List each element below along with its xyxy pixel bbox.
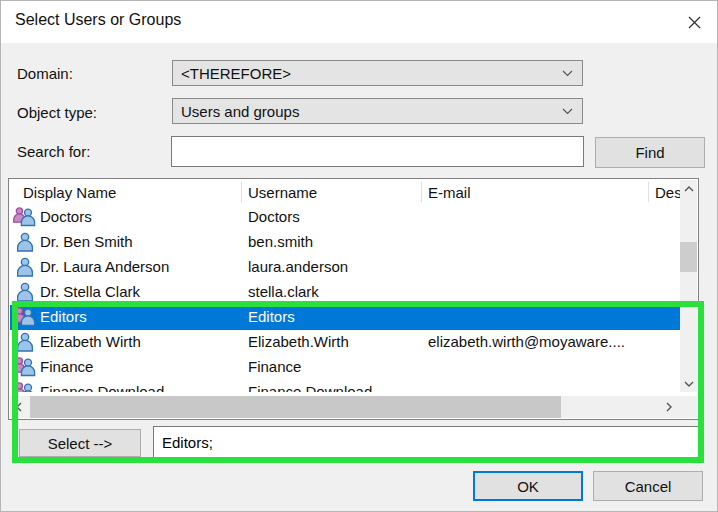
cancel-button[interactable]: Cancel	[593, 471, 703, 501]
column-header[interactable]: Des	[655, 184, 682, 201]
display-name-cell: Elizabeth Wirth	[40, 333, 141, 350]
column-separator	[648, 182, 649, 202]
user-icon	[12, 256, 38, 279]
chevron-up-icon	[684, 186, 694, 192]
group-icon	[12, 306, 38, 329]
chevron-down-icon	[562, 70, 573, 77]
search-input[interactable]	[171, 136, 584, 167]
display-name-cell: Dr. Ben Smith	[40, 233, 133, 250]
window-title: Select Users or Groups	[15, 11, 181, 29]
username-cell: ben.smith	[248, 233, 313, 250]
username-cell: stella.clark	[248, 283, 319, 300]
column-header[interactable]: Username	[248, 184, 317, 201]
dialog-window: Select Users or Groups Domain: <THEREFOR…	[0, 0, 718, 512]
horizontal-scrollbar[interactable]	[10, 396, 681, 418]
domain-label: Domain:	[17, 65, 73, 82]
username-cell: Doctors	[248, 208, 300, 225]
display-name-cell: Editors	[40, 308, 87, 325]
chevron-down-icon	[684, 381, 694, 387]
table-row[interactable]: EditorsEditors	[10, 305, 688, 330]
select-button[interactable]: Select -->	[19, 429, 141, 457]
scroll-left-button[interactable]	[10, 396, 28, 418]
display-name-cell: Finance Download	[40, 383, 164, 392]
list-header: Display NameUsernameE-mailDes	[10, 180, 680, 205]
username-cell: Finance Download	[248, 383, 372, 392]
hscroll-thumb[interactable]	[30, 396, 561, 418]
table-row[interactable]: Elizabeth WirthElizabeth.Wirthelizabeth.…	[10, 330, 688, 355]
scroll-up-button[interactable]	[680, 180, 697, 197]
username-cell: Elizabeth.Wirth	[248, 333, 349, 350]
chevron-right-icon	[666, 402, 672, 412]
user-icon	[12, 231, 38, 254]
user-icon	[12, 331, 38, 354]
username-cell: laura.anderson	[248, 258, 348, 275]
table-row[interactable]: Dr. Stella Clarkstella.clark	[10, 280, 688, 305]
table-row[interactable]: Dr. Laura Andersonlaura.anderson	[10, 255, 688, 280]
object-type-label: Object type:	[17, 104, 97, 121]
table-row[interactable]: FinanceFinance	[10, 355, 688, 380]
column-separator	[421, 182, 422, 202]
column-separator	[241, 182, 242, 202]
ok-button[interactable]: OK	[473, 471, 583, 501]
chevron-left-icon	[16, 402, 22, 412]
username-cell: Finance	[248, 358, 301, 375]
email-cell: elizabeth.wirth@moyaware....	[428, 333, 625, 350]
vscroll-thumb[interactable]	[680, 242, 697, 272]
display-name-cell: Doctors	[40, 208, 92, 225]
user-icon	[12, 281, 38, 304]
table-row[interactable]: Finance DownloadFinance Download	[10, 380, 688, 392]
table-row[interactable]: DoctorsDoctors	[10, 205, 688, 230]
object-type-select[interactable]: Users and groups	[172, 98, 583, 124]
display-name-cell: Finance	[40, 358, 93, 375]
column-header[interactable]: Display Name	[23, 184, 116, 201]
domain-selected-value: <THEREFORE>	[181, 65, 291, 82]
close-button[interactable]	[681, 10, 707, 34]
object-type-selected-value: Users and groups	[181, 103, 299, 120]
close-icon	[688, 16, 701, 29]
table-row[interactable]: Dr. Ben Smithben.smith	[10, 230, 688, 255]
list-rows: DoctorsDoctorsDr. Ben Smithben.smithDr. …	[10, 205, 688, 392]
user-list[interactable]: Display NameUsernameE-mailDes DoctorsDoc…	[8, 178, 699, 420]
find-button[interactable]: Find	[595, 137, 705, 168]
group-icon	[12, 381, 38, 392]
username-cell: Editors	[248, 308, 295, 325]
title-bar: Select Users or Groups	[1, 1, 717, 43]
scrollbar-corner	[680, 396, 697, 418]
search-label: Search for:	[17, 143, 90, 160]
display-name-cell: Dr. Stella Clark	[40, 283, 140, 300]
display-name-cell: Dr. Laura Anderson	[40, 258, 169, 275]
group-icon	[12, 206, 38, 229]
group-icon	[12, 356, 38, 379]
column-header[interactable]: E-mail	[428, 184, 471, 201]
selection-input[interactable]	[153, 426, 699, 459]
chevron-down-icon	[562, 108, 573, 115]
scroll-down-button[interactable]	[680, 375, 697, 392]
scroll-right-button[interactable]	[657, 396, 681, 418]
vertical-scrollbar[interactable]	[680, 180, 697, 392]
domain-select[interactable]: <THEREFORE>	[172, 60, 583, 86]
